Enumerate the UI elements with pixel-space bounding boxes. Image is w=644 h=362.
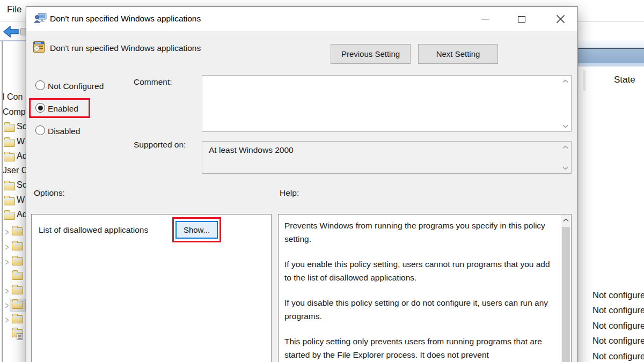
tree-item[interactable]: Sc — [0, 121, 26, 135]
tree-item[interactable]: > — [0, 239, 26, 254]
tree-item[interactable]: l Con — [0, 91, 26, 106]
policy-name-heading: Don't run specified Windows applications — [50, 43, 201, 53]
tree-item-selected[interactable]: > — [0, 298, 26, 312]
radio-label-disabled[interactable]: Disabled — [48, 127, 80, 136]
tree-item[interactable]: Comp — [0, 106, 26, 121]
show-button[interactable]: Show... — [175, 221, 218, 239]
close-icon — [556, 14, 565, 24]
options-label: Options: — [34, 188, 65, 198]
folder-icon — [4, 212, 15, 220]
radio-label-not-configured[interactable]: Not Configured — [48, 82, 104, 91]
list-item-state[interactable]: Not configured — [592, 305, 644, 315]
policy-dialog-icon — [34, 13, 47, 26]
scroll-up-icon[interactable] — [561, 215, 570, 225]
scroll-down-icon[interactable] — [561, 123, 569, 129]
policy-doc-icon — [17, 333, 23, 340]
tree-item[interactable]: Ad — [0, 150, 26, 165]
folder-icon — [4, 197, 15, 205]
selected-setting-band — [578, 49, 644, 63]
folder-icon — [12, 242, 23, 250]
supported-on-field: At least Windows 2000 — [202, 141, 572, 174]
chevron-right-icon[interactable]: > — [5, 285, 9, 296]
tree-item[interactable]: > — [0, 283, 26, 298]
state-column-header[interactable]: State — [614, 75, 635, 85]
folder-icon — [12, 227, 23, 235]
help-label: Help: — [280, 188, 299, 198]
dialog-title: Don't run specified Windows applications — [50, 14, 201, 24]
minimize-icon — [481, 19, 489, 20]
settings-list-pane: State Not configured Not configured Not … — [578, 0, 644, 362]
radio-disabled[interactable] — [35, 125, 45, 135]
chevron-right-icon[interactable]: > — [5, 241, 9, 252]
folder-icon — [12, 257, 23, 265]
scroll-down-icon[interactable] — [561, 165, 569, 171]
folder-icon — [4, 153, 15, 161]
folder-icon — [4, 139, 15, 147]
chevron-right-icon[interactable]: > — [5, 314, 9, 325]
tree-item[interactable]: W — [0, 136, 26, 150]
chevron-right-icon[interactable]: > — [5, 300, 9, 311]
options-panel: List of disallowed applications Show... — [31, 214, 272, 362]
list-item-state[interactable]: Not configured — [592, 321, 644, 331]
back-icon[interactable] — [3, 25, 20, 41]
help-text: Prevents Windows from running the progra… — [284, 219, 557, 362]
column-divider[interactable] — [583, 70, 586, 91]
policy-setting-icon — [33, 41, 45, 55]
folder-icon — [12, 272, 23, 280]
tree-item[interactable]: W — [0, 194, 26, 209]
maximize-icon — [518, 16, 525, 23]
tree-item[interactable]: > — [0, 312, 26, 327]
chevron-right-icon[interactable]: > — [5, 226, 9, 237]
dialog-titlebar[interactable]: Don't run specified Windows applications — [26, 7, 577, 31]
previous-setting-button[interactable]: Previous Setting — [331, 44, 411, 64]
tree-item[interactable]: Ad — [0, 209, 26, 223]
folder-icon — [12, 286, 23, 294]
tree-item[interactable] — [0, 269, 26, 283]
radio-enabled[interactable] — [35, 103, 45, 113]
folder-icon — [4, 124, 15, 132]
help-scrollbar[interactable] — [561, 215, 570, 362]
list-item-state[interactable]: Not configured — [592, 290, 644, 300]
scroll-up-icon[interactable] — [561, 78, 569, 84]
console-tree: l Con Comp Sc W Ad Jser C Sc W Ad > > > … — [0, 40, 26, 362]
disallowed-apps-label: List of disallowed applications — [39, 225, 148, 235]
help-panel: Prevents Windows from running the progra… — [278, 214, 572, 362]
radio-not-configured[interactable] — [35, 80, 45, 90]
pane-top-border — [0, 40, 26, 41]
scrollbar-thumb[interactable] — [562, 227, 570, 362]
tree-item[interactable]: Sc — [0, 179, 26, 194]
chevron-right-icon[interactable]: > — [5, 256, 9, 267]
tree-item[interactable]: > — [0, 254, 26, 269]
tree-item[interactable]: Jser C — [0, 165, 26, 179]
file-menu[interactable]: File — [7, 4, 21, 15]
close-button[interactable] — [548, 7, 573, 31]
list-item-state[interactable]: Not configured — [592, 351, 644, 361]
maximize-button[interactable] — [509, 7, 534, 31]
list-header-band — [578, 40, 644, 48]
folder-icon — [12, 301, 23, 309]
radio-label-enabled[interactable]: Enabled — [48, 104, 78, 114]
tree-item[interactable] — [0, 326, 26, 341]
tree-item[interactable]: > — [0, 224, 26, 239]
policy-setting-dialog: Don't run specified Windows applications… — [26, 6, 578, 362]
scroll-up-icon[interactable] — [561, 144, 569, 150]
supported-on-label: Supported on: — [134, 140, 186, 150]
next-setting-button[interactable]: Next Setting — [418, 44, 498, 64]
minimize-button — [473, 7, 497, 31]
list-item-state[interactable]: Not configured — [592, 336, 644, 346]
folder-icon — [12, 315, 23, 323]
comment-input[interactable] — [202, 75, 572, 132]
comment-label: Comment: — [134, 77, 172, 87]
folder-icon — [4, 182, 15, 190]
